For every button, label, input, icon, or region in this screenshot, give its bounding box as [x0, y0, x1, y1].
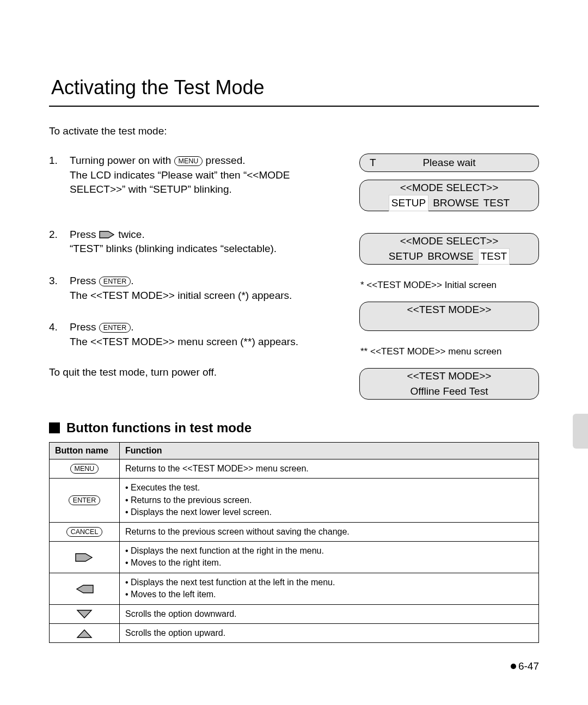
enter-button-icon: ENTER: [69, 495, 100, 505]
table-header: Button name: [50, 443, 120, 459]
table-header: Function: [120, 443, 539, 459]
table-row: CANCEL Returns to the previous screen wi…: [50, 522, 539, 541]
step-text: Press ENTER. The <<TEST MODE>> initial s…: [70, 274, 348, 303]
step-number: 2.: [49, 228, 70, 256]
table-row: Scrolls the option upward.: [50, 623, 539, 642]
section-heading: Button functions in test mode: [66, 420, 252, 436]
right-arrow-icon: [99, 230, 115, 239]
lcd-display: <<TEST MODE>>: [359, 302, 539, 331]
square-bullet-icon: [49, 422, 60, 433]
page-number: 6-47: [511, 660, 539, 672]
table-row: • Displays the next function at the righ…: [50, 541, 539, 573]
lcd-display: <<TEST MODE>> Offline Feed Test: [359, 368, 539, 400]
down-arrow-icon: [75, 609, 94, 619]
up-arrow-icon: [75, 629, 94, 639]
title-divider: [49, 106, 539, 107]
caption-text: ** <<TEST MODE>> menu screen: [360, 346, 539, 357]
caption-text: * <<TEST MODE>> Initial screen: [360, 280, 539, 291]
table-row: • Displays the next test function at the…: [50, 573, 539, 604]
selected-option: SETUP: [389, 195, 428, 211]
quit-note: To quit the test mode, turn power off.: [49, 366, 348, 378]
step-number: 1.: [49, 154, 70, 197]
enter-button-icon: ENTER: [99, 277, 131, 286]
table-row: MENU Returns to the <<TEST MODE>> menu s…: [50, 459, 539, 479]
step-number: 3.: [49, 274, 70, 303]
lcd-display: <<MODE SELECT>> SETUP BROWSE TEST: [359, 180, 539, 211]
bullet-icon: [511, 664, 516, 669]
button-functions-table: Button name Function MENU Returns to the…: [49, 442, 539, 643]
step-text: Press twice. “TEST” blinks (blinking ind…: [70, 228, 348, 256]
menu-button-icon: MENU: [70, 464, 99, 474]
step-text: Turning power on with MENU pressed. The …: [70, 154, 348, 197]
lcd-display: <<MODE SELECT>> SETUP BROWSE TEST: [359, 233, 539, 265]
selected-option: TEST: [478, 248, 510, 265]
menu-button-icon: MENU: [174, 156, 203, 166]
cancel-button-icon: CANCEL: [66, 527, 103, 537]
step-text: Press ENTER. The <<TEST MODE>> menu scre…: [70, 320, 348, 349]
intro-text: To activate the test mode:: [49, 125, 539, 137]
left-arrow-icon: [75, 584, 94, 594]
page-title: Activating the Test Mode: [51, 76, 539, 99]
lcd-display: T Please wait: [359, 154, 539, 172]
right-arrow-icon: [75, 553, 94, 562]
enter-button-icon: ENTER: [99, 323, 131, 333]
table-row: ENTER • Executes the test. • Returns to …: [50, 479, 539, 522]
step-number: 4.: [49, 320, 70, 349]
side-tab: [573, 414, 588, 449]
table-row: Scrolls the option downward.: [50, 604, 539, 623]
